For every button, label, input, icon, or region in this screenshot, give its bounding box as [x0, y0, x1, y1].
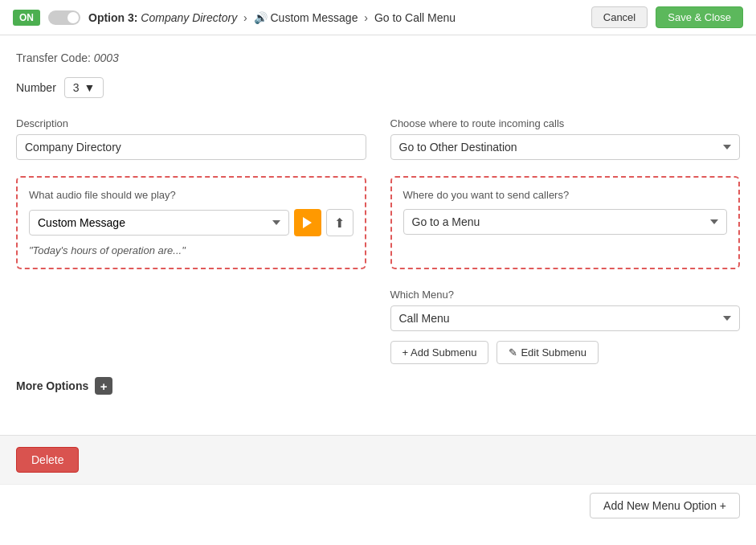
which-menu-select[interactable]: Call Menu Main Menu Sales Menu [390, 305, 741, 331]
save-close-button[interactable]: Save & Close [656, 6, 743, 28]
more-options-label: More Options [16, 379, 88, 392]
audio-section: What audio file should we play? Custom M… [16, 176, 366, 269]
which-menu-row: Which Menu? Call Menu Main Menu Sales Me… [16, 285, 740, 364]
route-label: Choose where to route incoming calls [390, 117, 741, 129]
edit-submenu-button[interactable]: ✎ Edit Submenu [497, 341, 599, 364]
number-chevron-icon: ▼ [84, 81, 96, 94]
more-options-row: More Options + [16, 377, 740, 419]
breadcrumb-call-menu: Go to Call Menu [374, 11, 456, 24]
description-group: Description [16, 117, 366, 160]
transfer-code-label: Transfer Code: [16, 51, 91, 64]
callers-section: Where do you want to send callers? Go to… [390, 176, 741, 269]
breadcrumb-audio-icon: 🔊 [254, 11, 268, 24]
add-submenu-button[interactable]: + Add Submenu [390, 341, 489, 364]
main-content: Transfer Code: 0003 Number 3 ▼ Descripti… [0, 35, 756, 435]
audio-section-title: What audio file should we play? [29, 189, 353, 201]
description-input[interactable] [16, 134, 366, 160]
option-italic: Company Directory [141, 11, 237, 24]
number-row: Number 3 ▼ [16, 77, 740, 98]
breadcrumb-custom-message: Custom Message [271, 11, 358, 24]
delete-button[interactable]: Delete [16, 447, 79, 473]
add-new-menu-option-button[interactable]: Add New Menu Option + [590, 493, 740, 518]
footer-bar: Delete [0, 435, 756, 484]
header-title: Option 3: Company Directory › 🔊 Custom M… [88, 11, 583, 24]
number-select[interactable]: 3 ▼ [64, 77, 104, 98]
audio-row: Custom Message Default Greeting No Audio… [29, 209, 353, 236]
number-label: Number [16, 81, 56, 94]
add-new-bar: Add New Menu Option + [0, 484, 756, 527]
breadcrumb-sep-1: › [243, 11, 247, 24]
edit-submenu-label: Edit Submenu [521, 346, 586, 359]
option-label: Option 3: [88, 11, 137, 24]
more-options-button[interactable]: + [95, 377, 112, 395]
audio-preview: "Today's hours of operation are..." [29, 244, 353, 256]
top-fields-row: Description Choose where to route incomi… [16, 117, 740, 160]
cancel-button[interactable]: Cancel [591, 6, 648, 28]
upload-button[interactable]: ⬆ [326, 209, 353, 236]
route-select[interactable]: Go to Other Destination Go to a Menu Go … [390, 134, 741, 160]
audio-select[interactable]: Custom Message Default Greeting No Audio [29, 210, 289, 236]
which-menu-label: Which Menu? [390, 289, 741, 301]
toggle-on-button[interactable]: ON [13, 10, 40, 26]
callers-select[interactable]: Go to a Menu Go to Voicemail Hang Up Go … [403, 209, 728, 235]
play-button[interactable] [294, 209, 321, 236]
route-group: Choose where to route incoming calls Go … [390, 117, 741, 160]
transfer-code-value: 0003 [94, 51, 119, 64]
which-menu-group: Which Menu? Call Menu Main Menu Sales Me… [390, 289, 741, 364]
toggle-slider[interactable] [48, 10, 80, 25]
number-value: 3 [73, 81, 80, 94]
play-icon [303, 217, 312, 228]
description-label: Description [16, 117, 366, 129]
transfer-code: Transfer Code: 0003 [16, 51, 740, 64]
breadcrumb-sep-2: › [364, 11, 368, 24]
edit-icon: ✎ [509, 346, 517, 359]
upload-icon: ⬆ [334, 215, 345, 231]
callers-section-title: Where do you want to send callers? [403, 189, 728, 201]
header-bar: ON Option 3: Company Directory › 🔊 Custo… [0, 0, 756, 35]
bordered-sections-row: What audio file should we play? Custom M… [16, 176, 740, 269]
submenu-row: + Add Submenu ✎ Edit Submenu [390, 341, 741, 364]
